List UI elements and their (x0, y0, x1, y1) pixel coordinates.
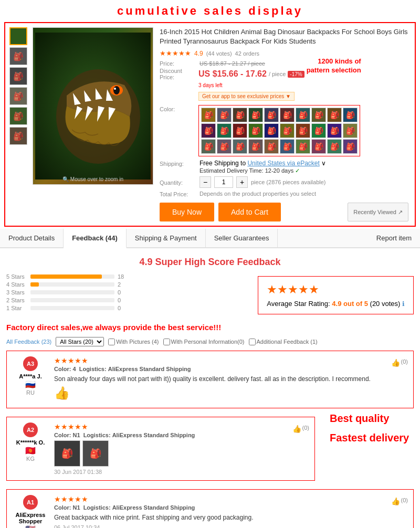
swatch-14[interactable]: 🎒 (248, 123, 263, 138)
swatch-13[interactable]: 🎒 (233, 123, 247, 138)
filter-personal-checkbox[interactable] (163, 339, 170, 345)
flag-1: 🇷🇺 (12, 379, 49, 389)
swatch-18[interactable]: 🎒 (311, 123, 326, 138)
bar-fill-5 (30, 274, 102, 279)
action-buttons: Buy Now Add to Cart Recently Viewed ↗ (160, 203, 408, 221)
star-label-2: 2 Stars (6, 297, 27, 303)
rating-text: Average Star Rating: 4.9 out of 5 (20 vo… (267, 300, 405, 308)
info-icon[interactable]: ℹ (402, 300, 405, 308)
review-content-2: ★★★★★ Color: N1 Logistics: AliExpress St… (54, 423, 287, 475)
star-rating: ★★★★★ (160, 49, 191, 57)
like-button-1[interactable]: 👍 (0) (391, 356, 408, 403)
swatch-3[interactable]: 🎒 (233, 108, 247, 122)
shipping-destination[interactable]: United States via ePacket (247, 160, 319, 167)
quantity-input[interactable] (214, 176, 233, 188)
country-2: KG (12, 456, 49, 462)
swatch-6[interactable]: 🎒 (280, 108, 295, 122)
swatch-26[interactable]: 🎒 (280, 139, 295, 154)
swatch-20[interactable]: 🎒 (343, 123, 358, 138)
thumb-5[interactable]: 🎒 (9, 107, 27, 125)
thumb-3[interactable]: 🎒 (9, 67, 27, 85)
swatch-11[interactable]: 🎒 (201, 123, 216, 138)
quantity-section: Quantity: − + piece (2876 pieces availab… (160, 176, 408, 188)
quantity-increase-button[interactable]: + (236, 176, 248, 188)
filter-all-feedback[interactable]: All Feedback (23) (6, 339, 51, 345)
swatch-8[interactable]: 🎒 (311, 108, 326, 122)
shipping-label: Shipping: (160, 160, 196, 174)
swatch-17[interactable]: 🎒 (296, 123, 310, 138)
review-item-2: A2 K******k O. 🇰🇬 KG ★★★★★ Color: N1 Log… (6, 417, 315, 481)
filter-pictures-checkbox[interactable] (108, 339, 115, 345)
like-button-2[interactable]: 👍 (0) (292, 423, 309, 475)
star-label-1: 1 Star (6, 305, 27, 311)
super-score-heading: 4.9 Super High Score Feedback (6, 257, 414, 268)
recently-viewed-label: Recently Viewed (353, 209, 396, 215)
review-image-2a[interactable]: 🎒 (54, 440, 80, 467)
swatch-27[interactable]: 🎒 (296, 139, 310, 154)
swatch-24[interactable]: 🎒 (248, 139, 263, 154)
swatch-19[interactable]: 🎒 (327, 123, 342, 138)
review-stars-1: ★★★★★ (54, 356, 386, 365)
swatch-22[interactable]: 🎒 (217, 139, 232, 154)
swatch-29[interactable]: 🎒 (327, 139, 342, 154)
buy-now-button[interactable]: Buy Now (160, 203, 214, 221)
swatch-15[interactable]: 🎒 (264, 123, 279, 138)
review-stars-2: ★★★★★ (54, 423, 287, 431)
filter-personal[interactable]: With Personal Information(0) (163, 339, 245, 345)
svg-point-3 (113, 86, 120, 94)
filter-personal-label: With Personal Information(0) (171, 339, 245, 345)
star-bars: 5 Stars 18 4 Stars 2 3 Stars 0 (6, 272, 249, 319)
swatch-10[interactable]: 🎒 (343, 108, 358, 122)
app-promo-text: Get our app to see exclusive prices (202, 93, 284, 99)
tab-seller[interactable]: Seller Guarantees (206, 229, 278, 247)
swatch-5[interactable]: 🎒 (264, 108, 279, 122)
review-color-2: Color: N1 (54, 432, 80, 438)
swatch-28[interactable]: 🎒 (311, 139, 326, 154)
bar-5 (30, 274, 114, 279)
swatch-7[interactable]: 🎒 (296, 108, 310, 122)
pattern-note: 1200 kinds of pattern selection (307, 57, 361, 75)
thumb-2[interactable]: 🎒 (9, 47, 27, 65)
badge-label-3: A1 (27, 499, 34, 505)
swatch-4[interactable]: 🎒 (248, 108, 263, 122)
star-row-5: 5 Stars 18 (6, 273, 249, 280)
rating-summary-box: ★★★★★ Average Star Rating: 4.9 out of 5 … (258, 276, 414, 314)
top-banner: cumulative sales display (0, 0, 420, 20)
rating-votes: (44 votes) (206, 50, 232, 57)
total-section: Total Price: Depends on the product prop… (160, 190, 408, 197)
like-button-3[interactable]: 👍 (0) (391, 495, 408, 528)
swatch-23[interactable]: 🎒 (233, 139, 247, 154)
filter-pictures[interactable]: With Pictures (4) (108, 339, 159, 345)
tab-shipping[interactable]: Shipping & Payment (127, 229, 206, 247)
review-meta-1: Color: 4 Logistics: AliExpress Standard … (54, 366, 386, 372)
tab-product-details[interactable]: Product Details (0, 229, 64, 247)
thumb-1[interactable]: 🎒 (9, 27, 27, 45)
review-image-2b[interactable]: 🎒 (82, 440, 109, 467)
tab-report[interactable]: Report item (368, 229, 420, 247)
app-promo[interactable]: Get our app to see exclusive prices ▼ (198, 91, 408, 102)
quantity-decrease-button[interactable]: − (200, 176, 211, 188)
swatch-30[interactable]: 🎒 (343, 139, 358, 154)
feedback-section: 4.9 Super High Score Feedback 5 Stars 18… (0, 248, 420, 528)
color-label: Color: (160, 105, 196, 112)
swatch-9[interactable]: 🎒 (327, 108, 342, 122)
filter-additional[interactable]: Additional Feedback (1) (249, 339, 318, 345)
swatch-1[interactable]: 🎒 (201, 108, 216, 122)
bar-4 (30, 282, 114, 287)
swatch-12[interactable]: 🎒 (217, 123, 232, 138)
quality-note: Best quality Fastest delivery (319, 413, 414, 444)
thumb-4[interactable]: 🎒 (9, 87, 27, 105)
price-original: US $18.87 - 21.27 / piece (200, 60, 265, 67)
filter-additional-checkbox[interactable] (249, 339, 256, 345)
tab-feedback[interactable]: Feedback (44) (64, 229, 127, 248)
reviewer-badge-2: A2 (23, 423, 38, 437)
add-to-cart-button[interactable]: Add to Cart (218, 203, 281, 221)
filter-stars-select[interactable]: All Stars (20) (56, 337, 104, 346)
thumb-6[interactable]: 🎒 (9, 127, 27, 145)
swatch-2[interactable]: 🎒 (217, 108, 232, 122)
recently-viewed-button[interactable]: Recently Viewed ↗ (348, 203, 408, 221)
swatch-16[interactable]: 🎒 (280, 123, 295, 138)
swatch-25[interactable]: 🎒 (264, 139, 279, 154)
swatch-21[interactable]: 🎒 (201, 139, 216, 154)
banner-text: cumulative sales display (117, 4, 303, 17)
